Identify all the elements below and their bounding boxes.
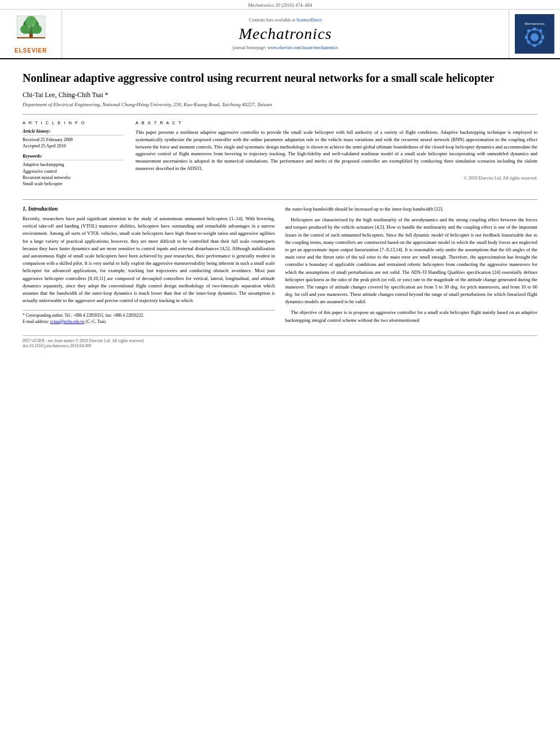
footnote-marker: * Corresponding author. Tel.: +886 4 228… (23, 313, 275, 319)
abstract-col: A B S T R A C T This paper presents a no… (135, 120, 537, 191)
body-right-col: the outer-loop bandwidth should be incre… (285, 206, 537, 327)
citation-bar: Mechatronics 20 (2010) 474–484 (0, 0, 560, 10)
body-section: 1. Introduction Recently, researchers ha… (23, 206, 537, 327)
copyright: © 2010 Elsevier Ltd. All rights reserved… (135, 176, 537, 181)
svg-rect-8 (17, 37, 45, 38)
svg-rect-16 (541, 36, 544, 39)
main-content: Nonlinear adaptive aggressive control us… (0, 59, 560, 360)
article-info-label: A R T I C L E I N F O (23, 120, 124, 125)
accepted-date: Accepted 25 April 2010 (23, 143, 124, 149)
right-para-3: The objective of this paper is to propos… (285, 309, 537, 324)
info-abstract-section: A R T I C L E I N F O Article history: R… (23, 120, 537, 191)
keywords-group: Keywords: Adaptive backstepping Aggressi… (23, 154, 124, 187)
bottom-bar: 0957-4158/$ - see front matter © 2010 El… (23, 335, 537, 348)
svg-text:Mechatronics: Mechatronics (524, 22, 545, 25)
authors: Chi-Tai Lee, Ching-Chih Tsai * (23, 91, 537, 99)
divider (23, 114, 537, 115)
article-info-col: A R T I C L E I N F O Article history: R… (23, 120, 124, 191)
science-direct-link: Contents lists available at ScienceDirec… (249, 18, 322, 23)
issn-line: 0957-4158/$ - see front matter © 2010 El… (23, 338, 537, 343)
affiliation: Department of Electrical Engineering, Na… (23, 102, 537, 107)
keyword-4: Small scale helicopter (23, 181, 124, 187)
footnote-area: * Corresponding author. Tel.: +886 4 228… (23, 310, 275, 325)
journal-title: Mechatronics (239, 25, 332, 43)
journal-homepage: journal homepage: www.elsevier.com/locat… (233, 45, 338, 50)
intro-right-text: the outer-loop bandwidth should be incre… (285, 206, 537, 324)
article-history-title: Article history: (23, 129, 124, 136)
intro-para-1: Recently, researchers have paid signific… (23, 215, 275, 304)
right-para-2: Helicopters are characterized by the hig… (285, 216, 537, 305)
svg-rect-15 (525, 36, 528, 39)
keywords-title: Keywords: (23, 154, 124, 160)
intro-left-text: Recently, researchers have paid signific… (23, 215, 275, 304)
abstract-text: This paper presents a nonlinear adaptive… (135, 129, 537, 172)
keyword-2: Aggressive control (23, 168, 124, 174)
citation-text: Mechatronics 20 (2010) 474–484 (248, 2, 312, 8)
svg-rect-13 (533, 28, 536, 30)
article-history: Article history: Received 25 February 20… (23, 129, 124, 149)
science-direct-anchor[interactable]: ScienceDirect (296, 18, 322, 23)
journal-title-area: Contents lists available at ScienceDirec… (62, 10, 509, 58)
svg-text:✦: ✦ (28, 26, 30, 29)
svg-point-5 (25, 16, 37, 27)
svg-point-12 (531, 33, 539, 41)
mechatronics-small-logo: Mechatronics (515, 14, 554, 54)
elsevier-logo-wrapper: ✦ ✦ ELSEVIER (14, 15, 48, 54)
keyword-1: Adaptive backstepping (23, 161, 124, 168)
elsevier-tree-icon: ✦ ✦ (14, 15, 48, 46)
keyword-3: Recurrent neural networks (23, 174, 124, 181)
received-date: Received 25 February 2009 (23, 137, 124, 143)
elsevier-logo-area: ✦ ✦ ELSEVIER (0, 10, 62, 58)
intro-heading: 1. Introduction (23, 206, 275, 212)
email-link[interactable]: cctaai@nchu.edu.tw (50, 319, 85, 324)
abstract-label: A B S T R A C T (135, 120, 537, 125)
article-title: Nonlinear adaptive aggressive control us… (23, 71, 537, 85)
doi-line: doi:10.1016/j.mechatronics.2010.04.009 (23, 343, 537, 348)
email-suffix: (C.-C. Tsai). (86, 319, 107, 324)
journal-url[interactable]: www.elsevier.com/locate/mechatronics (268, 45, 338, 50)
journal-header: ✦ ✦ ELSEVIER Contents lists available at… (0, 10, 560, 59)
svg-rect-14 (533, 44, 536, 47)
mechatronics-logo-area: Mechatronics (509, 10, 560, 58)
elsevier-label: ELSEVIER (15, 47, 47, 54)
footnote-email: E-mail address: cctaai@nchu.edu.tw (C.-C… (23, 319, 275, 325)
email-label: E-mail address: (23, 319, 49, 324)
right-para-1: the outer-loop bandwidth should be incre… (285, 206, 537, 213)
divider-2 (23, 199, 537, 200)
body-left-col: 1. Introduction Recently, researchers ha… (23, 206, 275, 327)
